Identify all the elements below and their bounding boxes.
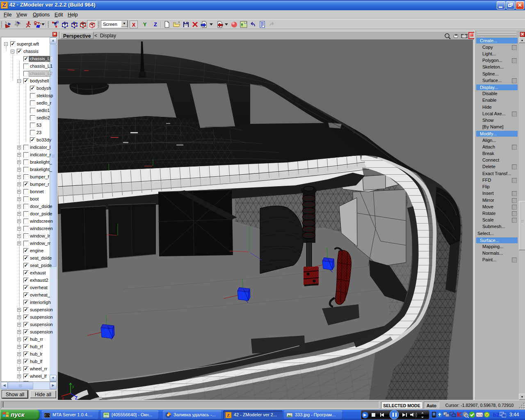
svg-text:Z: Z	[227, 413, 230, 418]
svg-text:b2: b2	[493, 412, 499, 418]
svg-text:N/A: N/A	[477, 413, 483, 417]
svg-text:y: y	[72, 384, 74, 388]
svg-text:x: x	[62, 396, 64, 400]
svg-text:Z: Z	[75, 396, 78, 400]
svg-text:C:\: C:\	[45, 414, 50, 417]
